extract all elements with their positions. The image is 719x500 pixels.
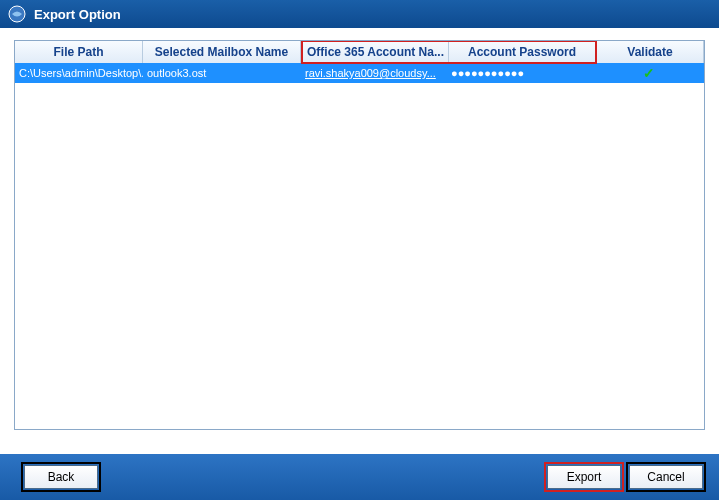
cell-validate: ✓ (593, 63, 704, 83)
column-selected-mailbox[interactable]: Selected Mailbox Name (143, 41, 301, 63)
cancel-button[interactable]: Cancel (629, 465, 703, 489)
table-row[interactable]: C:\Users\admin\Desktop\... outlook3.ost … (15, 63, 704, 83)
check-icon: ✓ (643, 65, 655, 81)
column-file-path[interactable]: File Path (15, 41, 143, 63)
cell-account[interactable]: ravi.shakya009@cloudsy... (301, 63, 447, 83)
cell-mailbox: outlook3.ost (143, 63, 301, 83)
column-account-password[interactable]: Account Password (449, 42, 595, 62)
cell-file-path: C:\Users\admin\Desktop\... (15, 63, 143, 83)
export-table: File Path Selected Mailbox Name Office 3… (14, 40, 705, 430)
column-validate[interactable]: Validate (597, 41, 704, 63)
back-button[interactable]: Back (24, 465, 98, 489)
account-link[interactable]: ravi.shakya009@cloudsy... (305, 67, 436, 79)
footer-bar: Back Export Cancel (0, 454, 719, 500)
column-office365-account[interactable]: Office 365 Account Na... (303, 42, 449, 62)
window-title: Export Option (34, 7, 121, 22)
table-header: File Path Selected Mailbox Name Office 3… (15, 41, 704, 63)
cell-password[interactable]: ●●●●●●●●●●● (447, 63, 593, 83)
titlebar: Export Option (0, 0, 719, 28)
export-button[interactable]: Export (547, 465, 621, 489)
app-icon (8, 5, 26, 23)
content-area: File Path Selected Mailbox Name Office 3… (0, 28, 719, 430)
credentials-highlight: Office 365 Account Na... Account Passwor… (301, 40, 597, 64)
